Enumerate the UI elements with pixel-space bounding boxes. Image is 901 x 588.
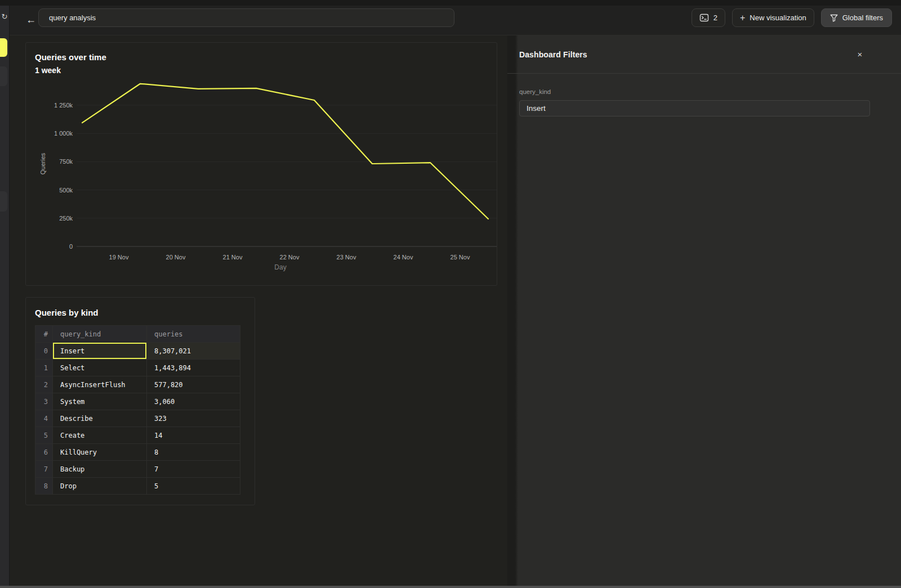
y-tick-label: 750k — [59, 158, 73, 165]
filter-field: query_kind — [519, 88, 870, 116]
table-row: 8Drop5 — [35, 478, 240, 495]
y-tick-label: 1 250k — [54, 102, 73, 109]
y-tick-label: 250k — [59, 215, 73, 222]
x-tick-label: 23 Nov — [337, 254, 356, 261]
rail-item-active[interactable] — [0, 38, 7, 57]
query-kind-cell[interactable]: Describe — [53, 410, 147, 427]
row-index-cell: 0 — [35, 343, 53, 360]
queries-by-kind-table: # query_kind queries 0Insert8,307,0211Se… — [35, 325, 240, 495]
x-tick-label: 25 Nov — [450, 254, 470, 261]
x-tick-label: 20 Nov — [166, 254, 186, 261]
x-tick-label: 19 Nov — [109, 254, 129, 261]
table-row: 3System3,060 — [35, 393, 240, 410]
new-visualization-label: New visualization — [750, 14, 806, 22]
queries-over-time-card: Queries over time 1 week 0250k500k750k1 … — [25, 42, 497, 286]
dashboard-canvas: Queries over time 1 week 0250k500k750k1 … — [10, 35, 507, 586]
x-tick-label: 21 Nov — [223, 254, 243, 261]
column-header-query-kind[interactable]: query_kind — [53, 326, 147, 343]
queries-count-cell[interactable]: 14 — [147, 427, 240, 444]
dashboard-filters-panel: Dashboard Filters × query_kind — [507, 35, 901, 586]
funnel-icon — [830, 14, 838, 22]
top-bar: ← 2 + New visualization Global filters — [10, 6, 901, 35]
dashboard-title-input[interactable] — [38, 8, 454, 27]
close-icon[interactable]: × — [854, 48, 866, 61]
table-row: 6KillQuery8 — [35, 444, 240, 461]
plus-icon: + — [740, 14, 745, 23]
query-kind-cell[interactable]: System — [53, 393, 147, 410]
table-header-row: # query_kind queries — [35, 326, 240, 343]
table-title: Queries by kind — [35, 308, 99, 317]
y-tick-label: 500k — [59, 187, 73, 194]
terminal-icon — [699, 14, 709, 22]
query-kind-filter-input[interactable] — [519, 100, 870, 116]
console-tabs-count: 2 — [713, 14, 717, 22]
queries-series-line — [82, 84, 488, 219]
queries-count-cell[interactable]: 577,820 — [147, 376, 240, 393]
topbar-actions: 2 + New visualization Global filters — [692, 8, 892, 27]
queries-by-kind-card: Queries by kind # query_kind queries 0In… — [25, 297, 255, 505]
back-button[interactable]: ← — [23, 11, 39, 28]
app-window: ↻ ← 2 + New visualization — [0, 0, 901, 588]
query-kind-cell[interactable]: Drop — [53, 478, 147, 495]
global-filters-label: Global filters — [842, 14, 883, 22]
panel-title: Dashboard Filters — [519, 50, 587, 59]
row-index-cell: 8 — [35, 478, 53, 495]
global-filters-button[interactable]: Global filters — [821, 8, 892, 27]
table-row: 2AsyncInsertFlush577,820 — [35, 376, 240, 393]
table-row: 5Create14 — [35, 427, 240, 444]
row-index-cell: 7 — [35, 461, 53, 478]
query-kind-cell[interactable]: KillQuery — [53, 444, 147, 461]
table-row: 7Backup7 — [35, 461, 240, 478]
row-index-cell: 4 — [35, 410, 53, 427]
y-tick-label: 1 000k — [54, 130, 73, 137]
window-bottom-edge — [0, 586, 901, 588]
queries-count-cell[interactable]: 1,443,894 — [147, 360, 240, 376]
row-index-cell: 2 — [35, 376, 53, 393]
query-kind-cell[interactable]: Select — [53, 360, 147, 376]
y-axis-title: Queries — [39, 152, 46, 174]
queries-count-cell[interactable]: 7 — [147, 461, 240, 478]
row-index-cell: 5 — [35, 427, 53, 444]
column-header-queries[interactable]: queries — [147, 326, 240, 343]
column-header-index[interactable]: # — [35, 326, 53, 343]
new-visualization-button[interactable]: + New visualization — [732, 8, 814, 27]
query-kind-cell[interactable]: Insert — [53, 343, 147, 360]
table-row: 1Select1,443,894 — [35, 360, 240, 376]
console-tabs-button[interactable]: 2 — [692, 8, 725, 27]
rail-item-2[interactable] — [0, 66, 7, 86]
queries-count-cell[interactable]: 8 — [147, 444, 240, 461]
filter-field-label: query_kind — [519, 88, 870, 95]
y-tick-label: 0 — [69, 243, 73, 250]
x-tick-label: 22 Nov — [280, 254, 300, 261]
row-index-cell: 3 — [35, 393, 53, 410]
query-kind-cell[interactable]: AsyncInsertFlush — [53, 376, 147, 393]
row-index-cell: 1 — [35, 360, 53, 376]
rail-item-3[interactable] — [0, 191, 7, 212]
panel-header: Dashboard Filters × — [507, 35, 901, 74]
queries-count-cell[interactable]: 323 — [147, 410, 240, 427]
table-row: 4Describe323 — [35, 410, 240, 427]
query-kind-cell[interactable]: Create — [53, 427, 147, 444]
table-row: 0Insert8,307,021 — [35, 343, 240, 360]
row-index-cell: 6 — [35, 444, 53, 461]
x-tick-label: 24 Nov — [394, 254, 413, 261]
left-rail: ↻ — [0, 6, 10, 586]
queries-count-cell[interactable]: 3,060 — [147, 393, 240, 410]
refresh-icon[interactable]: ↻ — [0, 12, 9, 21]
window-top-edge — [0, 0, 901, 6]
query-kind-cell[interactable]: Backup — [53, 461, 147, 478]
x-axis-title: Day — [274, 263, 286, 271]
queries-line-chart[interactable]: 0250k500k750k1 000k1 250k19 Nov20 Nov21 … — [26, 43, 497, 285]
queries-count-cell[interactable]: 8,307,021 — [147, 343, 240, 360]
queries-count-cell[interactable]: 5 — [147, 478, 240, 495]
